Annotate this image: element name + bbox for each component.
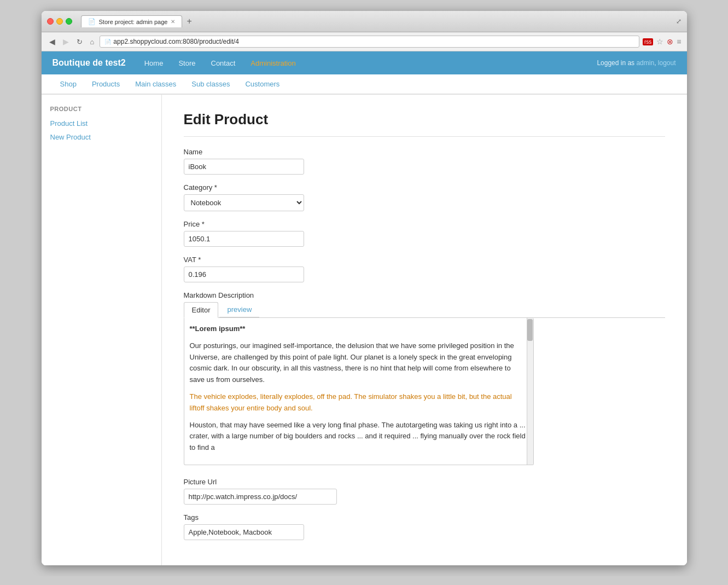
browser-window: 📄 Store project: admin page ✕ + ⤢ ◀ ▶ ↻ … <box>42 11 687 565</box>
price-input[interactable] <box>184 231 304 247</box>
description-editor[interactable]: **Lorem ipsum** Our posturings, our imag… <box>184 318 534 465</box>
tab-close-icon[interactable]: ✕ <box>171 19 175 25</box>
desc-line1: **Lorem ipsum** <box>190 323 528 335</box>
name-group: Name <box>184 148 665 175</box>
scrollbar-thumb[interactable] <box>527 319 533 341</box>
tab-editor[interactable]: Editor <box>184 302 219 318</box>
home-button[interactable]: ⌂ <box>88 37 97 47</box>
page-title: Edit Product <box>184 111 665 137</box>
tab-icon: 📄 <box>88 18 96 25</box>
category-group: Category * Notebook Desktop Tablet <box>184 183 665 211</box>
subnav-shop[interactable]: Shop <box>53 74 84 95</box>
address-bar: ◀ ▶ ↻ ⌂ 📄 app2.shoppycloud.com:8080/prod… <box>42 32 687 51</box>
nav-home[interactable]: Home <box>137 53 171 74</box>
brand-name: Boutique de test2 <box>53 51 126 74</box>
nav-store[interactable]: Store <box>171 53 203 74</box>
tags-group: Tags <box>184 513 665 540</box>
url-text: app2.shoppycloud.com:8080/product/edit/4 <box>113 38 239 45</box>
user-status: Logged in as admin, logout <box>597 59 675 67</box>
maximize-button[interactable] <box>66 18 72 25</box>
admin-link[interactable]: admin <box>636 59 654 67</box>
subnav-customers[interactable]: Customers <box>237 74 287 95</box>
desc-para2: The vehicle explodes, literally explodes… <box>190 391 528 414</box>
name-label: Name <box>184 148 665 156</box>
close-button[interactable] <box>47 18 54 25</box>
category-select[interactable]: Notebook Desktop Tablet <box>184 194 304 211</box>
url-bar[interactable]: 📄 app2.shoppycloud.com:8080/product/edit… <box>100 36 639 48</box>
back-button[interactable]: ◀ <box>47 36 57 47</box>
new-tab-button[interactable]: + <box>184 16 194 26</box>
subnav-main-classes[interactable]: Main classes <box>127 74 184 95</box>
form-area: Edit Product Name Category * Notebook De… <box>162 95 687 565</box>
subnav-products[interactable]: Products <box>84 74 127 95</box>
tab-preview[interactable]: preview <box>219 302 259 317</box>
subnav-sub-classes[interactable]: Sub classes <box>184 74 237 95</box>
markdown-label: Markdown Description <box>184 291 665 299</box>
window-resize-icon[interactable]: ⤢ <box>676 18 682 25</box>
rss-icon[interactable]: rss <box>643 38 653 45</box>
scrollbar[interactable] <box>527 318 533 465</box>
minimize-button[interactable] <box>56 18 63 25</box>
picture-url-label: Picture Url <box>184 478 665 486</box>
top-navigation: Boutique de test2 Home Store Contact Adm… <box>42 51 687 74</box>
textarea-wrapper: **Lorem ipsum** Our posturings, our imag… <box>184 318 534 465</box>
price-group: Price * <box>184 220 665 247</box>
category-label: Category * <box>184 183 665 192</box>
vat-label: VAT * <box>184 256 665 264</box>
sidebar-product-list[interactable]: Product List <box>42 117 161 130</box>
security-icon[interactable]: ⊗ <box>667 37 673 46</box>
nav-administration[interactable]: Administration <box>243 53 303 74</box>
main-content: PRODUCT Product List New Product Edit Pr… <box>42 95 687 565</box>
bookmark-icon[interactable]: ☆ <box>656 37 663 46</box>
sidebar: PRODUCT Product List New Product <box>42 95 162 565</box>
sidebar-new-product[interactable]: New Product <box>42 130 161 144</box>
vat-group: VAT * <box>184 256 665 282</box>
sub-navigation: Shop Products Main classes Sub classes C… <box>42 74 687 95</box>
title-bar: 📄 Store project: admin page ✕ + ⤢ <box>42 11 687 32</box>
tab-title: Store project: admin page <box>99 19 168 25</box>
traffic-lights <box>47 18 72 25</box>
address-icons: rss ☆ ⊗ ≡ <box>643 37 682 46</box>
main-nav-links: Home Store Contact Administration <box>137 53 304 74</box>
nav-contact[interactable]: Contact <box>203 53 243 74</box>
markdown-tabs: Editor preview <box>184 302 665 318</box>
logged-in-text: Logged in as <box>597 59 636 67</box>
reload-button[interactable]: ↻ <box>74 37 85 47</box>
tab-bar: 📄 Store project: admin page ✕ + <box>81 15 194 27</box>
sidebar-section-title: PRODUCT <box>42 106 161 117</box>
price-label: Price * <box>184 220 665 228</box>
name-input[interactable] <box>184 159 304 175</box>
logout-link[interactable]: logout <box>658 59 676 67</box>
picture-url-input[interactable] <box>184 489 337 505</box>
picture-url-group: Picture Url <box>184 478 665 505</box>
url-file-icon: 📄 <box>104 39 111 45</box>
forward-button[interactable]: ▶ <box>61 36 71 47</box>
tags-label: Tags <box>184 513 665 522</box>
markdown-group: Markdown Description Editor preview **Lo… <box>184 291 665 467</box>
menu-icon[interactable]: ≡ <box>677 37 681 46</box>
desc-para3: Houston, that may have seemed like a ver… <box>190 420 528 454</box>
desc-para1: Our posturings, our imagined self-import… <box>190 340 528 386</box>
vat-input[interactable] <box>184 267 304 282</box>
tags-input[interactable] <box>184 524 304 540</box>
browser-tab[interactable]: 📄 Store project: admin page ✕ <box>81 15 183 27</box>
